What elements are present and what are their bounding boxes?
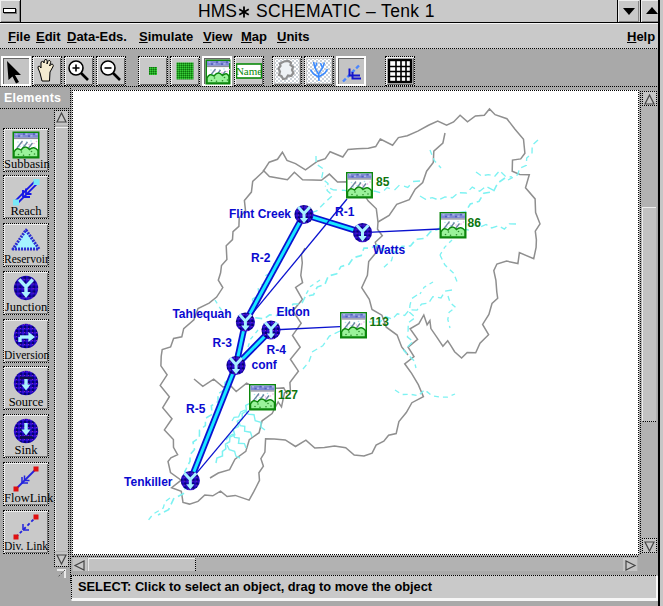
- svg-text:Tenkiller: Tenkiller: [124, 475, 173, 489]
- svg-text:Eldon: Eldon: [277, 305, 310, 319]
- svg-text:85: 85: [376, 175, 390, 189]
- svg-text:Flint Creek: Flint Creek: [229, 207, 291, 221]
- svg-text:R-4: R-4: [267, 343, 287, 357]
- svg-text:R-3: R-3: [213, 336, 233, 350]
- svg-text:Name: Name: [236, 65, 262, 77]
- svg-text:R-2: R-2: [251, 251, 271, 265]
- svg-text:Tahlequah: Tahlequah: [172, 307, 231, 321]
- svg-text:127: 127: [278, 388, 298, 402]
- svg-text:113: 113: [370, 315, 390, 329]
- svg-text:R-5: R-5: [186, 402, 206, 416]
- svg-text:conf: conf: [252, 358, 278, 372]
- svg-text:Watts: Watts: [373, 243, 406, 257]
- svg-text:86: 86: [468, 216, 482, 230]
- svg-text:R-1: R-1: [335, 205, 355, 219]
